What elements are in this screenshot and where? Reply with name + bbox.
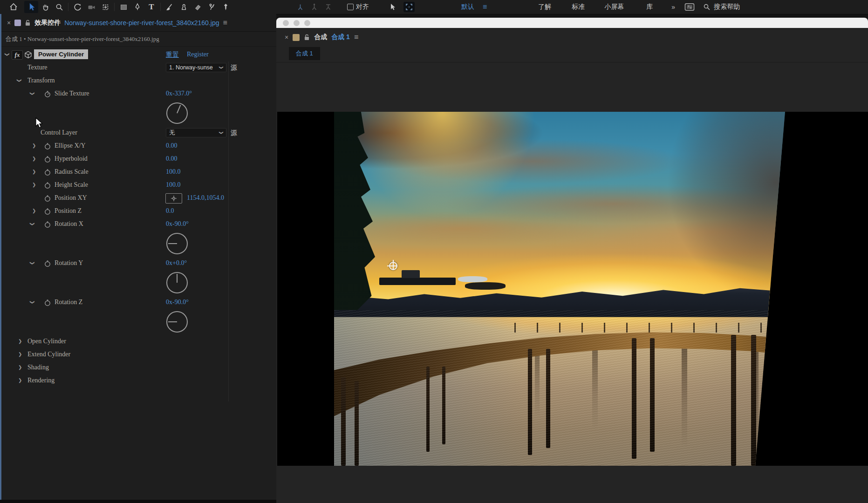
register-link[interactable]: Register [187,51,209,58]
stopwatch-icon[interactable] [44,182,51,189]
workspace-item-learn[interactable]: 了解 [538,3,551,11]
angle-dial[interactable] [166,233,188,254]
stopwatch-icon[interactable] [44,143,51,150]
unlock-icon[interactable] [304,34,310,41]
stopwatch-icon[interactable] [44,90,51,98]
window-minimize-icon[interactable] [294,20,300,26]
roto-brush-tool-icon[interactable] [205,1,219,13]
effect-header-row[interactable]: ❯ fx Power Cylinder 重置 Register [1,48,276,61]
active-comp-name[interactable]: 合成 1 [331,33,350,41]
chevron-right-icon[interactable]: ❯ [18,339,22,344]
chevron-down-icon[interactable]: ❯ [30,300,34,304]
source-option[interactable]: 源 [231,129,237,137]
property-value[interactable]: 100.0 [166,168,181,176]
property-row-slide-texture[interactable]: ❯ Slide Texture 0x-337.0° [1,88,276,101]
active-layer-filename[interactable]: Norway-sunset-shore-pier-river-forest_38… [64,19,219,27]
pen-tool-icon[interactable] [130,1,144,13]
chevron-right-icon[interactable]: ❯ [32,143,36,148]
angle-dial[interactable] [166,311,188,333]
property-row-rotation-z[interactable]: ❯ Rotation Z 0x-90.0° [1,296,276,309]
property-value[interactable]: 100.0 [166,181,181,189]
region-of-interest-button[interactable] [403,2,415,12]
world-axis-mode-icon[interactable] [307,1,321,13]
property-value[interactable]: 0x-90.0° [166,299,189,306]
property-value[interactable]: 0.00 [166,142,178,150]
stopwatch-icon[interactable] [44,221,51,228]
chevron-down-icon[interactable]: ❯ [17,79,21,82]
workspace-settings-icon[interactable] [683,1,697,13]
workspace-item-libraries[interactable]: 库 [646,3,653,11]
workspace-item-small-screen[interactable]: 小屏幕 [604,3,624,11]
property-row-position-z[interactable]: ❯ Position Z 0.0 [1,205,276,218]
stopwatch-icon[interactable] [44,195,51,202]
zoom-tool-icon[interactable] [52,1,66,13]
window-titlebar[interactable] [276,18,868,28]
chevron-down-icon[interactable]: ❯ [30,222,34,226]
stopwatch-icon[interactable] [44,156,51,163]
property-value[interactable]: 0x-337.0° [166,90,192,97]
unlock-icon[interactable] [25,20,31,26]
snap-checkbox[interactable] [347,4,354,10]
stopwatch-icon[interactable] [44,299,51,306]
property-row-hyperboloid[interactable]: ❯ Hyperboloid 0.00 [1,153,276,166]
column-divider[interactable] [228,61,229,401]
property-value[interactable]: 0x-90.0° [166,220,189,228]
stopwatch-icon[interactable] [44,260,51,267]
type-tool-icon[interactable]: T [144,1,158,13]
pan-behind-tool-icon[interactable] [98,1,112,13]
stopwatch-icon[interactable] [44,169,51,176]
property-group-open-cylinder[interactable]: ❯ Open Cylinder [1,335,276,348]
property-row-rotation-y[interactable]: ❯ Rotation Y 0x+0.0° [1,257,276,270]
fx-badge[interactable]: fx [12,50,23,60]
panel-menu-icon[interactable]: ≡ [223,19,227,27]
property-value[interactable]: 0.00 [166,155,178,163]
chevron-right-icon[interactable]: ❯ [32,183,36,187]
control-layer-dropdown[interactable]: 无 ❯ [166,128,226,137]
puppet-pin-tool-icon[interactable] [219,1,232,13]
angle-dial[interactable] [166,272,188,293]
selection-tool-icon[interactable] [24,1,38,13]
chevron-right-icon[interactable]: ❯ [32,170,36,174]
local-axis-mode-icon[interactable] [293,1,307,13]
angle-dial[interactable] [166,102,188,124]
workspace-current[interactable]: 默认 [461,3,474,11]
property-row-rotation-x[interactable]: ❯ Rotation X 0x-90.0° [1,218,276,231]
workspace-item-standard[interactable]: 标准 [572,3,585,11]
property-group-rendering[interactable]: ❯ Rendering [1,374,276,387]
property-row-height-scale[interactable]: ❯ Height Scale 100.0 [1,179,276,192]
stopwatch-icon[interactable] [44,208,51,215]
property-row-position-xy[interactable]: Position XY 1154.0,1054.0 [1,192,276,205]
rectangle-tool-icon[interactable] [116,1,130,13]
source-option[interactable]: 源 [231,64,237,72]
rendered-layer-image[interactable] [334,112,785,466]
window-close-icon[interactable] [283,20,289,26]
reset-link[interactable]: 重置 [166,51,179,59]
close-icon[interactable]: × [285,34,288,41]
chevron-down-icon[interactable]: ❯ [30,261,34,265]
property-row-radius-scale[interactable]: ❯ Radius Scale 100.0 [1,166,276,179]
property-value[interactable]: 1154.0,1054.0 [187,194,224,202]
orbit-tool-icon[interactable] [70,1,84,13]
chevron-down-icon[interactable]: ❯ [5,53,9,56]
property-value[interactable]: 0x+0.0° [166,259,187,267]
home-icon[interactable] [7,1,21,13]
texture-dropdown[interactable]: 1. Norway-sunse ❯ [166,63,226,72]
snap-toggle[interactable]: 对齐 [347,3,369,11]
mask-selection-icon[interactable] [386,1,400,13]
property-row-ellipse-xy[interactable]: ❯ Ellipse X/Y 0.00 [1,140,276,153]
camera-tool-icon[interactable] [84,1,98,13]
workspace-menu-icon[interactable]: ≡ [483,3,487,11]
property-group-extend-cylinder[interactable]: ❯ Extend Cylinder [1,348,276,361]
chevron-right-icon[interactable]: ❯ [18,365,22,370]
composition-viewport[interactable] [277,112,868,466]
point-picker-button[interactable] [165,193,182,204]
panel-title[interactable]: 效果控件 [34,19,61,27]
panel-menu-icon[interactable]: ≡ [354,34,358,41]
hand-tool-icon[interactable] [38,1,52,13]
chevron-right-icon[interactable]: ❯ [32,209,36,213]
property-value[interactable]: 0.0 [166,207,174,215]
chevron-right-icon[interactable]: ❯ [18,378,22,383]
tab-comp-1[interactable]: 合成 1 [289,47,320,60]
chevron-right-icon[interactable]: ❯ [32,156,36,161]
workspace-overflow-icon[interactable]: » [671,3,675,11]
